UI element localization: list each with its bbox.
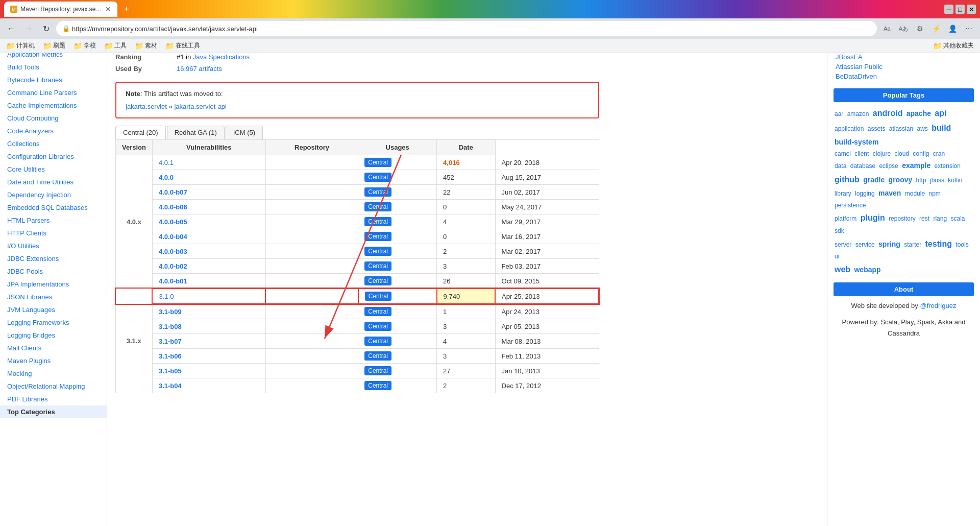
tag-cran[interactable]: cran	[933, 150, 945, 157]
tag-cloud[interactable]: cloud	[894, 150, 909, 157]
minimize-button[interactable]: ─	[944, 5, 953, 14]
reload-button[interactable]: ↻	[39, 21, 53, 36]
version-31b04[interactable]: 3.1-b04	[152, 378, 265, 393]
tag-android[interactable]: android	[873, 109, 903, 117]
tag-spring[interactable]: spring	[878, 240, 900, 248]
sidebar-item-core[interactable]: Core Utilities	[0, 163, 107, 176]
tag-client[interactable]: client	[854, 150, 869, 157]
atlassian-link[interactable]: Atlassian Public	[834, 62, 974, 71]
tag-http[interactable]: http	[916, 177, 926, 184]
browser-tab[interactable]: M Maven Repository: javax.servlet ✕	[4, 2, 117, 17]
tag-service[interactable]: service	[855, 241, 875, 248]
version-400[interactable]: 4.0.0	[152, 170, 265, 185]
tag-amazon[interactable]: amazon	[847, 110, 869, 117]
profile-button[interactable]: 👤	[945, 21, 960, 36]
tag-jboss[interactable]: jboss	[930, 177, 944, 184]
jakarta-servlet-api-link[interactable]: jakarta.servlet-api	[174, 103, 227, 110]
tag-groovy[interactable]: groovy	[889, 176, 913, 184]
tag-maven[interactable]: maven	[878, 189, 901, 197]
sidebar-item-io[interactable]: I/O Utilities	[0, 240, 107, 252]
sidebar-item-html[interactable]: HTML Parsers	[0, 214, 107, 227]
tag-plugin[interactable]: plugin	[861, 213, 885, 222]
tag-apache[interactable]: apache	[906, 109, 931, 117]
tag-module[interactable]: module	[905, 190, 925, 197]
tag-database[interactable]: database	[850, 162, 875, 170]
tag-data[interactable]: data	[835, 162, 846, 170]
sidebar-item-cli[interactable]: Command Line Parsers	[0, 86, 107, 99]
tab-icm[interactable]: ICM (5)	[226, 126, 263, 139]
tag-example[interactable]: example	[902, 161, 930, 170]
tag-api[interactable]: api	[935, 109, 946, 117]
version-310[interactable]: 3.1.0	[152, 289, 265, 304]
tag-aar[interactable]: aar	[835, 110, 843, 117]
bookmark-gongju[interactable]: 📁 工具	[102, 40, 129, 51]
sidebar-item-build-tools[interactable]: Build Tools	[0, 61, 107, 74]
sidebar-item-jdbc-pools[interactable]: JDBC Pools	[0, 265, 107, 278]
sidebar-item-collections[interactable]: Collections	[0, 137, 107, 150]
translate-button[interactable]: Aa	[880, 21, 894, 36]
tag-clojure[interactable]: clojure	[873, 150, 891, 157]
tag-testing[interactable]: testing	[925, 240, 952, 248]
tag-camel[interactable]: camel	[835, 150, 851, 157]
version-31b08[interactable]: 3.1-b08	[152, 319, 265, 334]
java-specs-link[interactable]: Java Specifications	[193, 53, 250, 61]
sidebar-item-jdbc-ext[interactable]: JDBC Extensions	[0, 252, 107, 265]
artifacts-link[interactable]: 16,967 artifacts	[177, 65, 222, 73]
tag-build-system[interactable]: build-system	[835, 138, 878, 146]
sidebar-item-mail[interactable]: Mail Clients	[0, 342, 107, 354]
tag-library[interactable]: library	[835, 190, 851, 197]
tag-webapp[interactable]: webapp	[854, 266, 880, 274]
version-31b07[interactable]: 3.1-b07	[152, 334, 265, 349]
jbossea-link[interactable]: JBossEA	[834, 52, 974, 62]
tag-persistence[interactable]: persistence	[835, 202, 866, 209]
new-tab-button[interactable]: +	[119, 2, 134, 16]
version-400b06[interactable]: 4.0.0-b06	[152, 200, 265, 214]
bookmark-xuexiao[interactable]: 📁 学校	[71, 40, 98, 51]
version-31b06[interactable]: 3.1-b06	[152, 349, 265, 364]
tab-central[interactable]: Central (20)	[115, 126, 166, 139]
version-400b01[interactable]: 4.0.0-b01	[152, 274, 265, 289]
sidebar-item-di[interactable]: Dependency Injection	[0, 188, 107, 201]
close-button[interactable]: ✕	[967, 5, 976, 14]
tag-scala[interactable]: scala	[950, 215, 965, 222]
sidebar-item-json[interactable]: JSON Libraries	[0, 291, 107, 303]
version-31b05[interactable]: 3.1-b05	[152, 364, 265, 378]
tag-rlang[interactable]: rlang	[933, 215, 947, 222]
tab-redhat[interactable]: Redhat GA (1)	[167, 126, 225, 139]
sidebar-item-jvm[interactable]: JVM Languages	[0, 303, 107, 316]
tag-tools[interactable]: tools	[955, 241, 968, 248]
tag-github[interactable]: github	[835, 175, 860, 184]
tag-sdk[interactable]: sdk	[835, 227, 844, 234]
sidebar-item-sql[interactable]: Embedded SQL Databases	[0, 201, 107, 214]
tag-application[interactable]: application	[835, 125, 864, 132]
sidebar-item-cloud[interactable]: Cloud Computing	[0, 112, 107, 125]
bedatadriven-link[interactable]: BeDataDriven	[834, 71, 974, 81]
sidebar-item-code-analyzers[interactable]: Code Analyzers	[0, 125, 107, 137]
tag-eclipse[interactable]: eclipse	[879, 162, 898, 170]
sidebar-item-orm[interactable]: Object/Relational Mapping	[0, 380, 107, 393]
tag-extension[interactable]: extension	[935, 162, 961, 170]
back-button[interactable]: ←	[4, 21, 18, 36]
tag-ui[interactable]: ui	[835, 253, 839, 260]
tag-gradle[interactable]: gradle	[863, 176, 885, 184]
sidebar-item-mocking[interactable]: Mocking	[0, 367, 107, 380]
bookmark-zaixiangongju[interactable]: 📁 在线工具	[163, 40, 202, 51]
jakarta-servlet-link[interactable]: jakarta.servlet	[126, 103, 167, 110]
frodriguez-link[interactable]: @frodriguez	[920, 302, 956, 309]
tag-config[interactable]: config	[913, 150, 929, 157]
tab-close-button[interactable]: ✕	[105, 5, 111, 13]
sidebar-item-pdf[interactable]: PDF Libraries	[0, 393, 107, 405]
tag-rest[interactable]: rest	[919, 215, 929, 222]
sidebar-item-bytecode[interactable]: Bytecode Libraries	[0, 74, 107, 86]
tag-kotlin[interactable]: kotlin	[948, 177, 962, 184]
menu-button[interactable]: ⋯	[962, 21, 976, 36]
version-400b04[interactable]: 4.0.0-b04	[152, 229, 265, 244]
tag-platform[interactable]: platform	[835, 215, 856, 222]
tag-assets[interactable]: assets	[868, 125, 886, 132]
sidebar-item-cache[interactable]: Cache Implementations	[0, 99, 107, 112]
extensions-button[interactable]: ⚡	[929, 21, 943, 36]
version-400b03[interactable]: 4.0.0-b03	[152, 244, 265, 259]
version-400b02[interactable]: 4.0.0-b02	[152, 259, 265, 274]
version-401[interactable]: 4.0.1	[152, 155, 265, 170]
sidebar-item-jpa[interactable]: JPA Implementations	[0, 278, 107, 291]
